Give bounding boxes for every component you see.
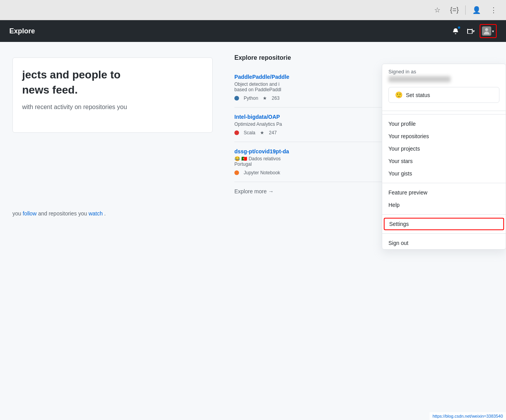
signed-in-as-label: Signed in as xyxy=(388,69,499,75)
explore-more-link[interactable]: Explore more → xyxy=(234,188,274,194)
page-title: Explore xyxy=(9,27,35,35)
dropdown-divider-4 xyxy=(382,233,506,234)
create-button[interactable]: ▾ xyxy=(464,24,478,38)
feature-preview-item[interactable]: Feature preview xyxy=(382,186,506,199)
your-projects-item[interactable]: Your projects xyxy=(382,142,506,155)
main-content: jects and people tonews feed. with recen… xyxy=(0,42,506,420)
lang-label: Python xyxy=(244,95,258,101)
settings-item[interactable]: Settings xyxy=(384,218,504,230)
smiley-icon: 🙂 xyxy=(395,91,403,99)
your-profile-item[interactable]: Your profile xyxy=(382,118,506,130)
dropdown-divider-1 xyxy=(382,114,506,115)
set-status-button[interactable]: 🙂 Set status xyxy=(388,87,499,103)
follow-link[interactable]: follow xyxy=(23,210,36,217)
avatar-menu-button[interactable]: ▾ xyxy=(480,24,497,38)
caret-down-icon: ▾ xyxy=(492,29,494,33)
header-right: ▾ ▾ xyxy=(449,24,497,38)
user-dropdown-menu: Signed in as 🙂 Set status Your profile Y… xyxy=(382,64,506,250)
your-stars-item[interactable]: Your stars xyxy=(382,155,506,167)
hero-title: jects and people tonews feed. xyxy=(22,67,203,97)
lang-dot xyxy=(234,130,239,135)
notification-dot xyxy=(457,26,461,30)
devtools-button[interactable]: {=} xyxy=(448,4,461,16)
repos-section-title: Explore repositorie xyxy=(234,54,497,61)
sign-out-item[interactable]: Sign out xyxy=(382,237,506,249)
dropdown-header: Signed in as 🙂 Set status xyxy=(382,64,506,111)
watch-link[interactable]: watch xyxy=(88,210,103,217)
star-count: 263 xyxy=(272,95,279,101)
status-bar: https://blog.csdn.net/weixin=3383540 xyxy=(430,412,506,420)
help-item[interactable]: Help xyxy=(382,199,506,211)
star-button[interactable]: ☆ xyxy=(431,4,444,16)
notification-button[interactable] xyxy=(449,24,463,38)
header-left: Explore xyxy=(9,27,35,35)
left-panel: jects and people tonews feed. with recen… xyxy=(0,42,225,420)
lang-dot xyxy=(234,96,239,101)
browser-chrome: ☆ {=} 👤 ⋮ xyxy=(0,0,506,20)
dropdown-divider-2 xyxy=(382,183,506,183)
follow-text: you follow and repositories you watch . xyxy=(12,210,213,217)
github-header: Explore ▾ ▾ xyxy=(0,20,506,42)
browser-divider xyxy=(465,5,466,15)
more-button[interactable]: ⋮ xyxy=(487,4,500,16)
star-icon: ★ xyxy=(263,95,267,101)
your-repositories-item[interactable]: Your repositories xyxy=(382,130,506,142)
star-count: 247 xyxy=(269,130,277,135)
username-blurred xyxy=(388,76,451,82)
lang-dot xyxy=(234,170,239,175)
hero-subtitle: with recent activity on repositories you xyxy=(22,104,203,111)
hero-box: jects and people tonews feed. with recen… xyxy=(12,57,213,133)
lang-label: Jupyter Notebook xyxy=(244,170,280,175)
account-button[interactable]: 👤 xyxy=(470,4,483,16)
avatar xyxy=(482,26,491,36)
lang-label: Scala xyxy=(244,130,255,135)
dropdown-divider-3 xyxy=(382,214,506,215)
star-icon: ★ xyxy=(260,130,264,135)
your-gists-item[interactable]: Your gists xyxy=(382,167,506,180)
